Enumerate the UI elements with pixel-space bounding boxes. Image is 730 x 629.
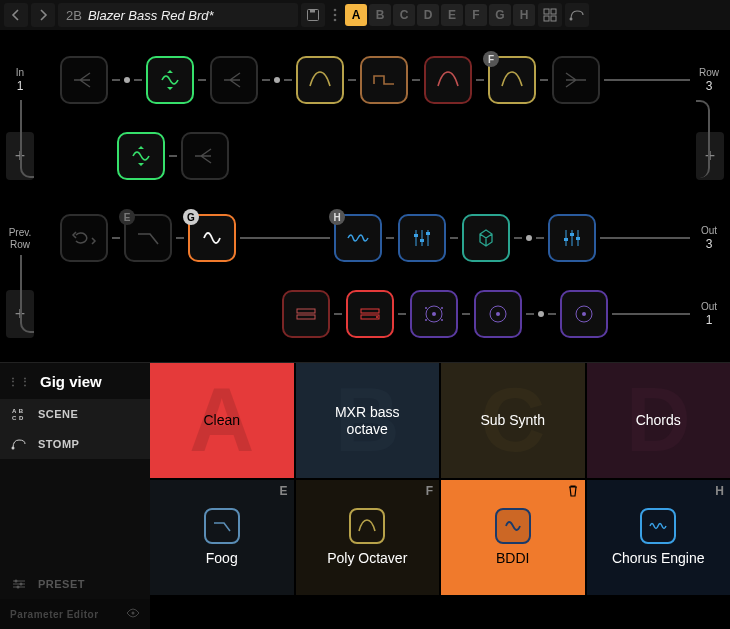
block-osc-2[interactable] bbox=[117, 132, 165, 180]
svg-point-2 bbox=[334, 9, 337, 12]
preset-sliders-icon bbox=[10, 579, 28, 589]
block-env-olive[interactable] bbox=[296, 56, 344, 104]
svg-rect-1 bbox=[310, 10, 315, 13]
stomp-a[interactable]: A Clean bbox=[150, 363, 294, 478]
row-in-label: In1 bbox=[6, 67, 34, 93]
badge-f: F bbox=[483, 51, 499, 67]
stomp-g-label: BDDI bbox=[496, 550, 529, 567]
block-merge-1[interactable] bbox=[552, 56, 600, 104]
nav-next-button[interactable] bbox=[31, 3, 55, 27]
stomp-c-label: Sub Synth bbox=[480, 412, 545, 429]
svg-point-28 bbox=[496, 312, 500, 316]
scene-grid-icon-side: A BC D bbox=[10, 407, 28, 421]
svg-rect-12 bbox=[426, 232, 430, 235]
stomp-b[interactable]: B MXR bass octave bbox=[296, 363, 440, 478]
svg-point-22 bbox=[432, 312, 436, 316]
block-sq-brown[interactable] bbox=[360, 56, 408, 104]
drag-dots-icon[interactable]: ⋮⋮ bbox=[8, 376, 32, 387]
block-cube[interactable] bbox=[462, 214, 510, 262]
preset-mode-button[interactable]: PRESET bbox=[0, 569, 150, 599]
preset-title: Blazer Bass Red Brd* bbox=[88, 8, 214, 23]
svg-point-35 bbox=[20, 583, 23, 586]
scene-button-d[interactable]: D bbox=[417, 4, 439, 26]
scene-button-f[interactable]: F bbox=[465, 4, 487, 26]
scene-button-g[interactable]: G bbox=[489, 4, 511, 26]
svg-point-36 bbox=[17, 586, 20, 589]
svg-point-25 bbox=[425, 319, 427, 321]
svg-rect-14 bbox=[570, 233, 574, 236]
save-icon[interactable] bbox=[301, 3, 325, 27]
svg-point-4 bbox=[334, 19, 337, 22]
stomp-h[interactable]: H Chorus Engine bbox=[587, 480, 731, 595]
block-filter-e[interactable]: E bbox=[124, 214, 172, 262]
stomp-f[interactable]: F Poly Octaver bbox=[296, 480, 440, 595]
block-wave-g[interactable]: G bbox=[188, 214, 236, 262]
preset-name-field[interactable]: 2B Blazer Bass Red Brd* bbox=[58, 3, 298, 27]
block-rack-dark[interactable] bbox=[282, 290, 330, 338]
block-split-3[interactable] bbox=[181, 132, 229, 180]
stomp-f-label: Poly Octaver bbox=[327, 550, 407, 567]
block-input-split[interactable] bbox=[60, 56, 108, 104]
svg-text:A B: A B bbox=[12, 408, 24, 414]
scene-buttons: ABCDEFGH bbox=[345, 4, 535, 26]
svg-point-20 bbox=[376, 316, 378, 318]
stomp-b-label: MXR bass octave bbox=[335, 404, 400, 438]
badge-e: E bbox=[119, 209, 135, 225]
gig-view-title: Gig view bbox=[40, 373, 102, 390]
block-target-1[interactable] bbox=[410, 290, 458, 338]
stomp-h-label: Chorus Engine bbox=[612, 550, 705, 567]
scene-button-h[interactable]: H bbox=[513, 4, 535, 26]
scene-button-b[interactable]: B bbox=[369, 4, 391, 26]
svg-point-26 bbox=[441, 319, 443, 321]
stomp-icon-side bbox=[10, 438, 28, 450]
scene-button-e[interactable]: E bbox=[441, 4, 463, 26]
stomp-toggle-icon[interactable] bbox=[565, 3, 589, 27]
signal-chain: In1 F bbox=[0, 30, 730, 362]
stomp-g[interactable]: BDDI bbox=[441, 480, 585, 595]
out-3-label: Out3 bbox=[694, 225, 724, 251]
block-sliders-2[interactable] bbox=[548, 214, 596, 262]
svg-text:C D: C D bbox=[12, 415, 24, 421]
svg-point-37 bbox=[132, 612, 135, 615]
stomp-e[interactable]: E Foog bbox=[150, 480, 294, 595]
row-3-label: Row3 bbox=[694, 67, 724, 93]
block-target-3[interactable] bbox=[560, 290, 608, 338]
svg-rect-8 bbox=[551, 16, 556, 21]
block-env-olive-f[interactable]: F bbox=[488, 56, 536, 104]
scene-button-a[interactable]: A bbox=[345, 4, 367, 26]
block-loop[interactable] bbox=[60, 214, 108, 262]
svg-rect-16 bbox=[297, 309, 315, 313]
block-target-2[interactable] bbox=[474, 290, 522, 338]
scene-mode-button[interactable]: A BC D SCENE bbox=[0, 399, 150, 429]
nav-prev-button[interactable] bbox=[4, 3, 28, 27]
block-env-red[interactable] bbox=[424, 56, 472, 104]
svg-point-9 bbox=[570, 18, 573, 21]
scene-button-c[interactable]: C bbox=[393, 4, 415, 26]
block-wave-h[interactable]: H bbox=[334, 214, 382, 262]
svg-rect-18 bbox=[361, 309, 379, 313]
block-osc-1[interactable] bbox=[146, 56, 194, 104]
stomp-c[interactable]: C Sub Synth bbox=[441, 363, 585, 478]
svg-point-3 bbox=[334, 14, 337, 17]
gig-view-sidebar: ⋮⋮ Gig view A BC D SCENE STOMP PRESET bbox=[0, 363, 150, 629]
trash-icon[interactable] bbox=[567, 484, 579, 501]
svg-rect-6 bbox=[551, 9, 556, 14]
svg-point-33 bbox=[12, 447, 15, 450]
stomp-d-label: Chords bbox=[636, 412, 681, 429]
svg-point-23 bbox=[425, 307, 427, 309]
row-prev-label: Prev.Row bbox=[6, 227, 34, 250]
stomp-d[interactable]: D Chords bbox=[587, 363, 731, 478]
svg-point-34 bbox=[15, 580, 18, 583]
out-1-label: Out1 bbox=[694, 301, 724, 327]
stomp-e-label: Foog bbox=[206, 550, 238, 567]
svg-point-24 bbox=[441, 307, 443, 309]
block-sliders-1[interactable] bbox=[398, 214, 446, 262]
block-rack-red[interactable] bbox=[346, 290, 394, 338]
menu-dots-icon[interactable] bbox=[328, 3, 342, 27]
scene-grid-icon[interactable] bbox=[538, 3, 562, 27]
stomp-mode-button[interactable]: STOMP bbox=[0, 429, 150, 459]
block-split-2[interactable] bbox=[210, 56, 258, 104]
parameter-editor-button[interactable]: Parameter Editor bbox=[0, 599, 150, 629]
eye-icon bbox=[126, 608, 140, 620]
svg-point-30 bbox=[582, 312, 586, 316]
